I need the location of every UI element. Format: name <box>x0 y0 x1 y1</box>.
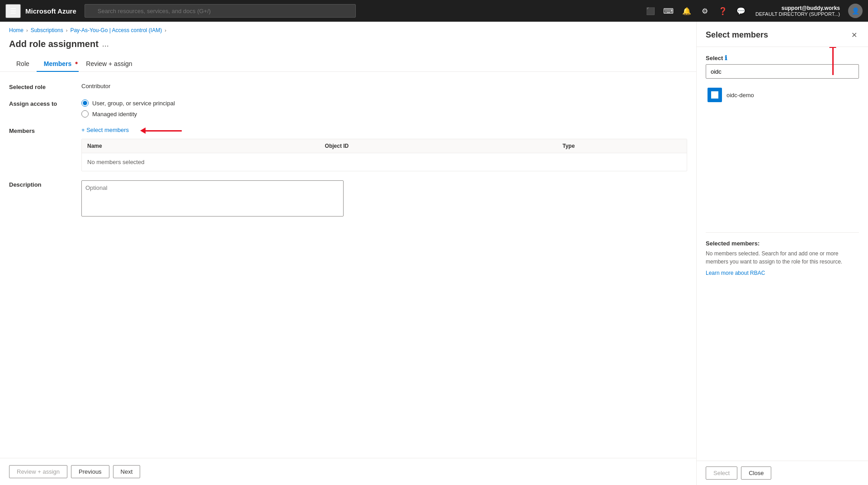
form-content: Selected role Contributor Assign access … <box>0 72 696 458</box>
members-label: Members <box>9 127 81 134</box>
panel-footer: Select Close <box>697 461 868 485</box>
select-label: Select ℹ <box>706 54 859 61</box>
bell-icon[interactable]: 🔔 <box>679 3 695 19</box>
selected-role-row: Selected role Contributor <box>9 83 687 90</box>
panel-title: Select members <box>706 30 768 40</box>
radio-user-group[interactable]: User, group, or service principal <box>81 99 687 107</box>
description-label: Description <box>9 180 81 188</box>
no-members-text: No members selected <box>87 159 144 165</box>
tabs: Role Members • Review + assign <box>0 57 696 72</box>
question-icon[interactable]: ❓ <box>715 3 731 19</box>
bottom-bar: Review + assign Previous Next <box>0 458 696 485</box>
tab-members[interactable]: Members • <box>37 57 79 72</box>
radio-user-group-input[interactable] <box>81 99 89 107</box>
selected-role-label: Selected role <box>9 83 81 90</box>
breadcrumb-sep-2: › <box>66 28 68 33</box>
members-table-header: Name Object ID Type <box>82 139 687 153</box>
col-type-header: Type <box>562 143 681 149</box>
description-row: Description <box>9 180 687 218</box>
search-input[interactable] <box>85 4 356 18</box>
topbar-icons: ⬛ ⌨ 🔔 ⚙ ❓ 💬 <box>642 3 749 19</box>
description-textarea[interactable] <box>81 180 344 217</box>
radio-managed-identity-label: Managed identity <box>92 111 137 118</box>
arrow-head <box>140 127 146 134</box>
panel-select-button[interactable]: Select <box>706 466 737 480</box>
panel-search-input[interactable] <box>706 64 859 79</box>
panel-arrow-wrap <box>706 64 859 84</box>
tab-review[interactable]: Review + assign <box>79 57 139 72</box>
radio-managed-identity[interactable]: Managed identity <box>81 110 687 118</box>
radio-user-group-label: User, group, or service principal <box>92 100 175 107</box>
panel-header: Select members ✕ <box>697 22 868 47</box>
breadcrumb-subscriptions[interactable]: Subscriptions <box>31 27 63 33</box>
user-directory: DEFAULT DIRECTORY (SUPPORT...) <box>755 11 840 17</box>
breadcrumb-iam[interactable]: Pay-As-You-Go | Access control (IAM) <box>70 27 162 33</box>
page-title: Add role assignment <box>9 39 99 49</box>
previous-button[interactable]: Previous <box>71 465 109 478</box>
right-panel: Select members ✕ Select ℹ <box>696 22 868 485</box>
assign-access-label: Assign access to <box>9 99 81 107</box>
tab-required-dot: • <box>75 58 78 68</box>
assign-access-value: User, group, or service principal Manage… <box>81 99 687 118</box>
avatar[interactable]: 👤 <box>848 4 863 18</box>
members-row: Members + Select members Name Object ID … <box>9 127 687 171</box>
more-options-icon[interactable]: ... <box>102 39 109 49</box>
review-assign-button[interactable]: Review + assign <box>9 465 67 478</box>
panel-close-button[interactable]: ✕ <box>849 29 859 41</box>
user-email: support@buddy.works <box>782 5 840 11</box>
arrow-line <box>146 130 182 132</box>
selected-members-title: Selected members: <box>706 240 859 247</box>
arrow-head-up <box>829 47 836 48</box>
rbac-link[interactable]: Learn more about RBAC <box>706 270 765 276</box>
breadcrumb-home[interactable]: Home <box>9 27 24 33</box>
cloud-shell-icon[interactable]: ⌨ <box>660 3 677 19</box>
result-item-name: oidc-demo <box>726 92 754 99</box>
page-title-row: Add role assignment ... <box>0 37 696 57</box>
left-panel: Home › Subscriptions › Pay-As-You-Go | A… <box>0 22 696 485</box>
members-table: Name Object ID Type No members selected <box>81 139 687 171</box>
breadcrumb: Home › Subscriptions › Pay-As-You-Go | A… <box>0 22 696 37</box>
col-name-header: Name <box>87 143 325 149</box>
panel-body: Select ℹ oidc-demo Selected me <box>697 47 868 461</box>
select-members-link[interactable]: + Select members <box>81 127 129 133</box>
monitor-icon[interactable]: ⬛ <box>642 3 659 19</box>
feedback-icon[interactable]: 💬 <box>733 3 749 19</box>
main-content: Home › Subscriptions › Pay-As-You-Go | A… <box>0 22 868 485</box>
selected-members-section: Selected members: No members selected. S… <box>706 232 859 276</box>
assign-access-row: Assign access to User, group, or service… <box>9 99 687 118</box>
topbar: ☰ Microsoft Azure 🔍 ⬛ ⌨ 🔔 ⚙ ❓ 💬 support@… <box>0 0 868 22</box>
breadcrumb-sep-3: › <box>165 28 166 33</box>
app-logo: Microsoft Azure <box>25 7 76 15</box>
selected-role-value: Contributor <box>81 83 687 89</box>
result-item[interactable]: oidc-demo <box>706 84 859 106</box>
panel-close-footer-button[interactable]: Close <box>741 466 771 480</box>
hamburger-icon[interactable]: ☰ <box>5 4 21 18</box>
radio-group: User, group, or service principal Manage… <box>81 99 687 118</box>
radio-managed-identity-input[interactable] <box>81 110 89 118</box>
next-button[interactable]: Next <box>113 465 141 478</box>
search-wrap: 🔍 <box>85 4 356 18</box>
members-value: + Select members Name Object ID Type <box>81 127 687 171</box>
annotation-arrow-horizontal <box>140 127 182 134</box>
description-value <box>81 180 687 218</box>
user-info[interactable]: support@buddy.works DEFAULT DIRECTORY (S… <box>755 5 840 17</box>
result-item-icon <box>708 88 722 102</box>
info-icon[interactable]: ℹ <box>725 54 727 61</box>
members-table-body: No members selected <box>82 153 687 171</box>
col-id-header: Object ID <box>325 143 563 149</box>
selected-members-desc: No members selected. Search for and add … <box>706 250 859 266</box>
gear-icon[interactable]: ⚙ <box>697 3 713 19</box>
result-icon-inner <box>710 90 719 99</box>
breadcrumb-sep-1: › <box>26 28 28 33</box>
tab-role[interactable]: Role <box>9 57 37 72</box>
